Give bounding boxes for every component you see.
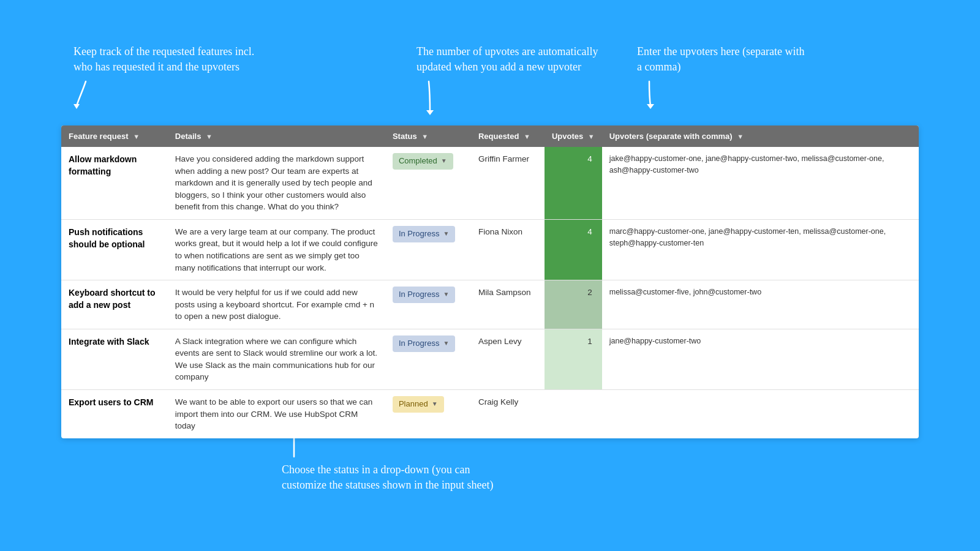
filter-icon-feature[interactable]: ▼	[133, 133, 140, 140]
table-row: Push notifications should be optional We…	[61, 219, 919, 280]
requested-cell: Craig Kelly	[471, 390, 545, 438]
upvoters-header: Upvoters (separate with comma) ▼	[602, 126, 919, 147]
feature-name-cell: Export users to CRM	[61, 390, 168, 438]
requested-cell: Aspen Levy	[471, 329, 545, 389]
upvoters-cell[interactable]: jake@happy-customer-one, jane@happy-cust…	[602, 147, 919, 219]
details-cell: A Slack integration where we can configu…	[168, 329, 385, 389]
status-cell[interactable]: In Progress ▼	[385, 280, 471, 329]
upvoters-cell[interactable]: marc@happy-customer-one, jane@happy-cust…	[602, 219, 919, 280]
annotation-status-dropdown: Choose the status in a drop-down (you ca…	[282, 429, 514, 493]
status-cell[interactable]: Planned ▼	[385, 390, 471, 438]
feature-name-cell: Keyboard shortcut to add a new post	[61, 280, 168, 329]
status-badge[interactable]: Planned ▼	[393, 396, 444, 413]
status-cell[interactable]: Completed ▼	[385, 147, 471, 219]
requested-cell: Mila Sampson	[471, 280, 545, 329]
filter-icon-details[interactable]: ▼	[206, 133, 213, 140]
status-badge[interactable]: In Progress ▼	[393, 287, 455, 303]
upvotes-cell	[545, 390, 602, 438]
requested-cell: Fiona Nixon	[471, 219, 545, 280]
feature-requests-table: Feature request ▼ Details ▼ Status ▼ Req…	[61, 126, 919, 438]
status-dropdown-arrow[interactable]: ▼	[443, 230, 449, 239]
table-row: Keyboard shortcut to add a new post It w…	[61, 280, 919, 329]
status-dropdown-arrow[interactable]: ▼	[443, 290, 449, 299]
filter-icon-requested[interactable]: ▼	[524, 133, 530, 140]
requested-cell: Griffin Farmer	[471, 147, 545, 219]
annotation-enter-upvoters: Enter the upvoters here (separate with a…	[637, 44, 809, 109]
feature-name-cell: Integrate with Slack	[61, 329, 168, 389]
status-badge[interactable]: In Progress ▼	[393, 226, 455, 242]
feature-name-cell: Push notifications should be optional	[61, 219, 168, 280]
details-cell: We want to be able to export our users s…	[168, 390, 385, 438]
upvotes-cell: 4	[545, 219, 602, 280]
status-dropdown-arrow[interactable]: ▼	[441, 157, 447, 166]
table-row: Integrate with Slack A Slack integration…	[61, 329, 919, 389]
filter-icon-upvotes[interactable]: ▼	[588, 133, 595, 140]
details-cell: Have you considered adding the markdown …	[168, 147, 385, 219]
filter-icon-status[interactable]: ▼	[421, 133, 428, 140]
upvotes-cell: 2	[545, 280, 602, 329]
details-header: Details ▼	[168, 126, 385, 147]
table-row: Allow markdown formatting Have you consi…	[61, 147, 919, 219]
upvoters-cell[interactable]: melissa@customer-five, john@customer-two	[602, 280, 919, 329]
upvotes-cell: 1	[545, 329, 602, 389]
annotation-upvotes-auto: The number of upvotes are automatically …	[417, 44, 625, 115]
details-cell: It would be very helpful for us if we co…	[168, 280, 385, 329]
details-cell: We are a very large team at our company.…	[168, 219, 385, 280]
status-cell[interactable]: In Progress ▼	[385, 329, 471, 389]
status-badge[interactable]: Completed ▼	[393, 153, 453, 170]
feature-name-cell: Allow markdown formatting	[61, 147, 168, 219]
upvoters-cell[interactable]	[602, 390, 919, 438]
upvotes-cell: 4	[545, 147, 602, 219]
svg-marker-0	[74, 104, 80, 109]
status-badge[interactable]: In Progress ▼	[393, 335, 455, 352]
status-dropdown-arrow[interactable]: ▼	[432, 400, 438, 409]
feature-request-header: Feature request ▼	[61, 126, 168, 147]
filter-icon-upvoters[interactable]: ▼	[737, 133, 744, 140]
upvotes-header: Upvotes ▼	[545, 126, 602, 147]
status-header: Status ▼	[385, 126, 471, 147]
svg-marker-1	[426, 110, 434, 115]
annotation-track-features: Keep track of the requested features inc…	[74, 44, 270, 109]
svg-marker-2	[647, 104, 654, 109]
table-row: Export users to CRM We want to be able t…	[61, 390, 919, 438]
status-dropdown-arrow[interactable]: ▼	[443, 339, 449, 348]
status-cell[interactable]: In Progress ▼	[385, 219, 471, 280]
requested-header: Requested ▼	[471, 126, 545, 147]
upvoters-cell[interactable]: jane@happy-customer-two	[602, 329, 919, 389]
